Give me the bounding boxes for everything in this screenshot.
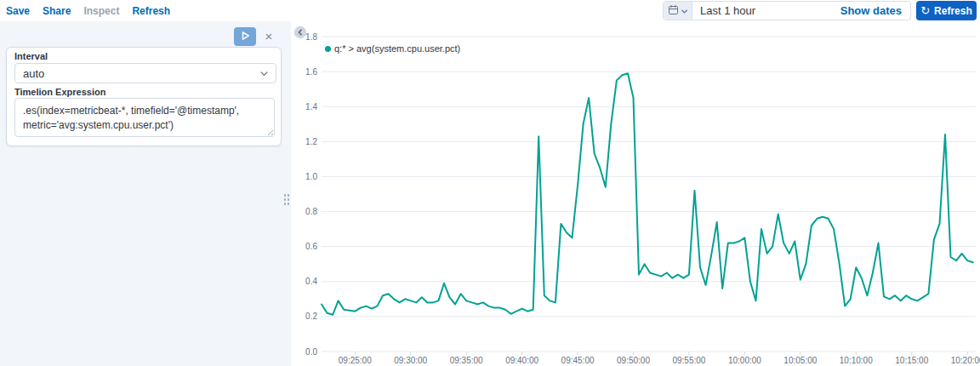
y-axis-tick-label: 0.8 xyxy=(305,207,317,216)
y-axis-tick-label: 0.0 xyxy=(305,347,317,357)
interval-label: Interval xyxy=(14,51,48,61)
timelion-chart[interactable]: 0.00.20.40.60.81.01.21.41.61.809:25:0009… xyxy=(291,21,980,366)
y-axis-tick-label: 1.0 xyxy=(305,172,317,181)
expression-field-wrap: .es(index=metricbeat-*, timefield='@time… xyxy=(14,98,275,137)
refresh-link-button[interactable]: Refresh xyxy=(132,5,170,17)
refresh-icon: ↻ xyxy=(920,5,930,16)
show-dates-button[interactable]: Show dates xyxy=(840,4,910,17)
refresh-button[interactable]: ↻ Refresh xyxy=(916,1,977,20)
time-picker: Last 1 hour Show dates xyxy=(663,1,911,20)
refresh-button-label: Refresh xyxy=(934,5,972,17)
x-axis-tick-label: 10:15:00 xyxy=(895,356,928,365)
chart-panel: q:* > avg(system.cpu.user.pct) 0.00.20.4… xyxy=(291,21,980,366)
x-axis-tick-label: 09:55:00 xyxy=(672,356,705,365)
timelion-visualize-app: Save Share Inspect Refresh Las xyxy=(0,0,980,366)
pane-resizer-handle[interactable] xyxy=(283,193,291,207)
play-button[interactable] xyxy=(234,27,256,46)
toolbar-links: Save Share Inspect Refresh xyxy=(6,0,170,21)
x-axis-tick-label: 09:50:00 xyxy=(617,356,650,365)
y-axis-tick-label: 1.2 xyxy=(305,137,317,146)
legend-series-dot xyxy=(325,46,331,52)
top-toolbar: Save Share Inspect Refresh Las xyxy=(0,0,980,22)
y-axis-tick-label: 0.2 xyxy=(305,312,317,321)
time-range-value[interactable]: Last 1 hour xyxy=(692,4,840,17)
calendar-icon xyxy=(668,3,679,19)
x-axis-tick-label: 09:40:00 xyxy=(505,356,538,365)
close-icon[interactable]: × xyxy=(261,29,276,44)
timelion-expression-input[interactable]: .es(index=metricbeat-*, timefield='@time… xyxy=(14,98,275,137)
date-quick-select-button[interactable] xyxy=(664,2,692,20)
collapse-panel-button[interactable] xyxy=(293,26,307,39)
x-axis-tick-label: 10:20:00 xyxy=(951,356,980,365)
chevron-down-icon xyxy=(259,69,269,78)
x-axis-tick-label: 09:45:00 xyxy=(561,356,595,365)
share-button[interactable]: Share xyxy=(43,5,71,17)
y-axis-tick-label: 1.8 xyxy=(305,32,317,42)
chevron-down-icon xyxy=(681,3,688,19)
series-line xyxy=(322,73,973,315)
series-actions: × xyxy=(0,26,282,47)
inspect-button[interactable]: Inspect xyxy=(83,5,119,17)
interval-select-value: auto xyxy=(15,67,259,80)
series-editor-pane: × Interval auto Timelion Expression .es(… xyxy=(0,21,291,366)
y-axis-tick-label: 0.4 xyxy=(305,277,317,286)
chevron-left-circle-icon xyxy=(293,29,307,42)
series-editor-card: Interval auto Timelion Expression .es(in… xyxy=(6,47,282,146)
interval-select[interactable]: auto xyxy=(14,63,276,83)
x-axis-tick-label: 10:00:00 xyxy=(728,356,761,365)
x-axis-tick-label: 10:10:00 xyxy=(840,356,873,365)
x-axis-tick-label: 10:05:00 xyxy=(783,356,817,365)
y-axis-tick-label: 1.4 xyxy=(305,102,317,112)
play-icon xyxy=(241,31,250,43)
x-axis-tick-label: 09:25:00 xyxy=(339,356,372,365)
y-axis-tick-label: 1.6 xyxy=(305,67,317,77)
expression-label: Timelion Expression xyxy=(14,87,105,97)
chart-legend: q:* > avg(system.cpu.user.pct) xyxy=(325,43,460,54)
y-axis-tick-label: 0.6 xyxy=(305,242,317,251)
save-button[interactable]: Save xyxy=(6,5,30,17)
legend-series-label: q:* > avg(system.cpu.user.pct) xyxy=(334,43,460,54)
x-axis-tick-label: 09:30:00 xyxy=(394,356,427,365)
x-axis-tick-label: 09:35:00 xyxy=(450,356,483,365)
